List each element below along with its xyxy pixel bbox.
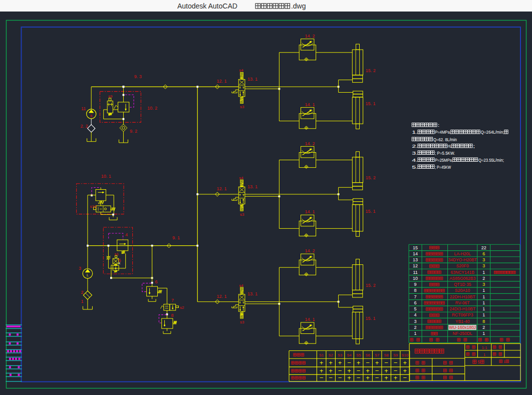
svg-text:+: + <box>366 374 370 381</box>
svg-text:3: 3 <box>79 266 81 271</box>
svg-text:13. 1: 13. 1 <box>247 291 257 296</box>
svg-text:LA-H20L: LA-H20L <box>454 251 471 256</box>
svg-text:6: 6 <box>155 279 158 284</box>
svg-text:22: 22 <box>481 245 486 250</box>
svg-text:+: + <box>329 359 333 366</box>
svg-text:13. 1: 13. 1 <box>247 77 257 82</box>
svg-text:S6: S6 <box>366 353 370 357</box>
svg-text:+: + <box>347 367 351 374</box>
svg-text:1: 1 <box>482 306 485 311</box>
svg-text:−: − <box>384 359 388 366</box>
svg-text:P=4MPa,: P=4MPa, <box>435 129 451 135</box>
svg-text:6: 6 <box>414 300 417 305</box>
svg-text:3: 3 <box>414 319 417 324</box>
svg-text:S20A10: S20A10 <box>455 288 470 293</box>
svg-text:S9: S9 <box>393 353 398 357</box>
svg-text:7: 7 <box>171 298 174 303</box>
svg-text:2: 2 <box>482 276 485 281</box>
svg-text:YB1-40: YB1-40 <box>455 319 470 324</box>
svg-text:24DI3-H10BT: 24DI3-H10BT <box>449 306 475 311</box>
svg-text:S10: S10 <box>402 353 408 357</box>
svg-text:RV-06T: RV-06T <box>455 300 470 305</box>
svg-text:34DYO-H20BT: 34DYO-H20BT <box>448 257 477 262</box>
svg-text:1:1: 1:1 <box>482 345 488 350</box>
svg-text:+: + <box>394 374 398 381</box>
svg-text:+: + <box>347 374 351 381</box>
svg-text:9. 3: 9. 3 <box>134 74 142 79</box>
svg-text:−: − <box>394 359 398 366</box>
svg-text:8: 8 <box>414 288 417 293</box>
svg-text:−: − <box>329 374 333 381</box>
svg-text:s4: s4 <box>239 283 243 288</box>
svg-text:; P=45KW: ; P=45KW <box>435 164 451 170</box>
svg-text:3: 3 <box>482 282 485 287</box>
svg-text:10: 10 <box>413 276 418 281</box>
svg-text:1: 1 <box>483 352 486 357</box>
svg-text:NF-250DL: NF-250DL <box>453 331 472 336</box>
svg-text:−: − <box>338 367 342 374</box>
svg-text:3: 3 <box>482 263 485 268</box>
svg-text:13: 13 <box>413 257 418 262</box>
svg-text:9: 9 <box>414 282 417 287</box>
svg-text:+: + <box>384 374 388 381</box>
svg-text:1: 1 <box>482 312 485 317</box>
svg-text:3: 3 <box>482 257 485 262</box>
svg-text:15. 2: 15. 2 <box>366 175 376 180</box>
svg-text:11: 11 <box>413 270 417 275</box>
svg-text:.dwg: .dwg <box>291 2 306 10</box>
svg-text:s4: s4 <box>239 176 243 180</box>
svg-text:+: + <box>329 367 333 374</box>
svg-text:9. 2: 9. 2 <box>130 129 137 134</box>
svg-text:4: 4 <box>125 232 128 237</box>
svg-text:+: + <box>403 359 407 366</box>
svg-text:14. 1: 14. 1 <box>305 317 315 322</box>
svg-text:s4: s4 <box>239 68 243 73</box>
svg-text:12. 1: 12. 1 <box>217 186 227 191</box>
svg-text:s1: s1 <box>115 252 119 256</box>
svg-text:5: 5 <box>477 359 480 364</box>
svg-text:2.: 2. <box>412 143 418 149</box>
svg-text:1: 1 <box>482 294 485 299</box>
svg-text:1: 1 <box>482 270 485 275</box>
svg-text:12: 12 <box>413 263 418 268</box>
svg-text:RCT06FP3: RCT06FP3 <box>452 312 473 317</box>
svg-text:+: + <box>384 367 388 374</box>
svg-text:Q=23.55L/min;: Q=23.55L/min; <box>478 157 504 163</box>
svg-text:S20F0: S20F0 <box>456 263 469 268</box>
svg-text:11: 11 <box>81 106 86 111</box>
svg-text:HL: HL <box>448 143 452 149</box>
svg-text:; P=5.5KW.: ; P=5.5KW. <box>435 150 455 156</box>
svg-text:WU-160x180J: WU-160x180J <box>449 325 476 330</box>
svg-text:+: + <box>320 359 324 366</box>
svg-text:13. 1: 13. 1 <box>247 184 257 189</box>
svg-text::: : <box>437 122 439 128</box>
svg-text:−: − <box>320 374 324 381</box>
svg-text:S8: S8 <box>384 353 389 357</box>
svg-text:22DH-H10BT: 22DH-H10BT <box>450 294 475 299</box>
svg-text:14. 1: 14. 1 <box>305 102 315 107</box>
svg-text:−: − <box>366 359 370 366</box>
svg-text:1: 1 <box>482 300 485 305</box>
svg-text:−: − <box>338 374 342 381</box>
svg-text:12. 1: 12. 1 <box>217 79 227 84</box>
svg-text:+: + <box>366 367 370 374</box>
svg-text:5: 5 <box>414 306 417 311</box>
svg-text:S1: S1 <box>319 353 324 357</box>
svg-text:P=25MPa,: P=25MPa, <box>435 157 453 163</box>
svg-text:s2: s2 <box>180 305 184 310</box>
svg-text:;: ; <box>473 143 475 149</box>
svg-text:2: 2 <box>81 290 84 295</box>
svg-text:5: 5 <box>119 258 121 263</box>
svg-text:+: + <box>357 359 361 366</box>
svg-text:15. 1: 15. 1 <box>365 101 375 106</box>
svg-text:15: 15 <box>413 245 418 250</box>
svg-text:−: − <box>375 367 379 374</box>
svg-text:−: − <box>375 374 379 381</box>
svg-text:1: 1 <box>81 299 84 304</box>
svg-text:+: + <box>320 367 324 374</box>
svg-text:+: + <box>403 367 407 374</box>
svg-text:9. 1: 9. 1 <box>172 235 180 240</box>
svg-text:L: L <box>87 273 89 277</box>
svg-text:6: 6 <box>482 251 485 256</box>
svg-text:2. 2: 2. 2 <box>81 124 88 129</box>
